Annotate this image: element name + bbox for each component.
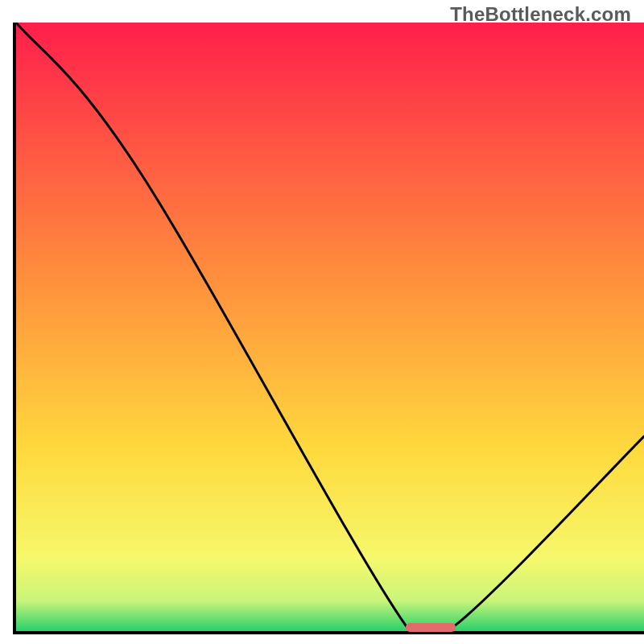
plot-area: [13, 23, 644, 634]
plot-inner: [16, 23, 644, 631]
bottleneck-chart: TheBottleneck.com: [0, 0, 644, 644]
bottleneck-curve: [16, 23, 644, 631]
optimal-range-marker: [406, 623, 456, 632]
